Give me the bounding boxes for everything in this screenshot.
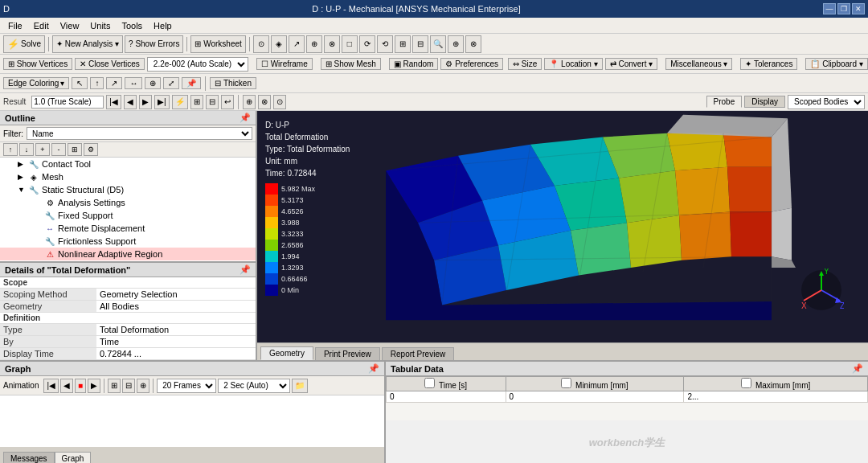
- result-icon-10[interactable]: ⊗: [258, 95, 271, 109]
- close-vertices-button[interactable]: ✕ Close Vertices: [75, 58, 145, 70]
- edge-icon-6[interactable]: ⤢: [163, 77, 179, 89]
- result-icon-9[interactable]: ⊕: [243, 95, 256, 109]
- toolbar-icon-12[interactable]: ⊕: [448, 35, 464, 53]
- tree-item-mesh[interactable]: ▶ ◈ Mesh: [0, 170, 256, 183]
- menu-help[interactable]: Help: [149, 20, 177, 31]
- anim-frame-btn-2[interactable]: ⊟: [122, 379, 135, 393]
- col-time-check[interactable]: [424, 378, 435, 388]
- size-button[interactable]: ⇔ Size: [508, 58, 542, 70]
- toolbar-icon-7[interactable]: ⟳: [359, 35, 375, 53]
- anim-prev-button[interactable]: ◀: [60, 379, 73, 393]
- tree-item-fixed-support[interactable]: 🔧 Fixed Support: [0, 209, 256, 222]
- anim-stop-button[interactable]: ■: [75, 379, 86, 393]
- maximize-button[interactable]: ❐: [837, 3, 850, 14]
- result-input[interactable]: [31, 96, 104, 109]
- thicken-button[interactable]: ⊟ Thicken: [210, 77, 256, 89]
- edge-icon-2[interactable]: ↑: [90, 77, 104, 89]
- outline-tb-2[interactable]: ↓: [19, 143, 34, 156]
- show-errors-button[interactable]: ? Show Errors: [125, 35, 183, 53]
- menu-tools[interactable]: Tools: [117, 20, 147, 31]
- tree-item-remote-displacement[interactable]: ↔ Remote Displacement: [0, 222, 256, 235]
- graph-pin[interactable]: 📌: [368, 363, 379, 374]
- tree-item-analysis-settings[interactable]: ⚙ Analysis Settings: [0, 196, 256, 209]
- tree-item-contact-tool[interactable]: ▶ 🔧 Contact Tool: [0, 158, 256, 170]
- edge-icon-5[interactable]: ⊕: [145, 77, 161, 89]
- scale-dropdown[interactable]: 2.2e-002 (Auto Scale): [147, 57, 248, 72]
- anim-export-btn[interactable]: 📁: [292, 379, 308, 393]
- anim-start-button[interactable]: |◀: [43, 379, 59, 393]
- toolbar-icon-9[interactable]: ⊞: [395, 35, 411, 53]
- outline-pin[interactable]: 📌: [240, 113, 251, 123]
- tolerances-button[interactable]: ✦ Tolerances: [740, 58, 797, 70]
- outline-tb-6[interactable]: ⚙: [84, 143, 98, 156]
- minimize-button[interactable]: —: [823, 3, 836, 14]
- anim-frame-btn-1[interactable]: ⊞: [108, 379, 121, 393]
- edge-icon-4[interactable]: ↔: [125, 77, 142, 89]
- miscellaneous-button[interactable]: Miscellaneous ▾: [665, 58, 732, 70]
- toolbar-icon-10[interactable]: ⊟: [412, 35, 428, 53]
- tree-item-nonlinear[interactable]: ⚠ Nonlinear Adaptive Region: [0, 248, 256, 260]
- outline-tb-5[interactable]: ⊞: [68, 143, 82, 156]
- toolbar-icon-6[interactable]: □: [342, 35, 358, 53]
- toolbar-icon-11[interactable]: 🔍: [430, 35, 446, 53]
- col-min-check[interactable]: [561, 378, 571, 388]
- probe-tab[interactable]: Probe: [706, 96, 743, 108]
- toolbar-icon-1[interactable]: ⊙: [253, 35, 269, 53]
- solve-button[interactable]: ⚡Solve: [3, 35, 45, 53]
- location-button[interactable]: 📍 Location ▾: [544, 58, 602, 70]
- toolbar-icon-13[interactable]: ⊗: [465, 35, 481, 53]
- result-nav-6[interactable]: ⊞: [190, 95, 203, 109]
- edge-pin-icon[interactable]: 📌: [182, 77, 201, 89]
- toolbar-icon-3[interactable]: ↗: [289, 35, 305, 53]
- display-tab[interactable]: Display: [744, 96, 785, 108]
- messages-tab[interactable]: Messages: [3, 452, 55, 463]
- duration-select[interactable]: 2 Sec (Auto): [218, 379, 290, 393]
- anim-frame-btn-3[interactable]: ⊕: [137, 379, 149, 393]
- outline-tb-4[interactable]: -: [51, 143, 66, 156]
- result-nav-1[interactable]: |◀: [106, 95, 121, 109]
- random-button[interactable]: ▣ Random: [389, 58, 439, 70]
- edge-icon-3[interactable]: ↗: [106, 77, 122, 89]
- result-icon-11[interactable]: ⊙: [273, 95, 286, 109]
- show-mesh-button[interactable]: ⊞ Show Mesh: [321, 58, 381, 70]
- toolbar-icon-4[interactable]: ⊕: [306, 35, 322, 53]
- scoped-bodies-dropdown[interactable]: Scoped Bodies: [788, 95, 865, 109]
- worksheet-button[interactable]: ⊞ Worksheet: [190, 35, 245, 53]
- tab-report-preview[interactable]: Report Preview: [382, 347, 454, 360]
- result-nav-8[interactable]: ↩: [221, 95, 234, 109]
- preferences-button[interactable]: ⚙ Preferences: [440, 58, 503, 70]
- clipboard-button[interactable]: 📋 Clipboard ▾: [805, 58, 867, 70]
- new-analysis-button[interactable]: ✦ New Analysis ▾: [52, 35, 123, 53]
- anim-play-button[interactable]: ▶: [88, 379, 100, 393]
- result-nav-7[interactable]: ⊟: [206, 95, 219, 109]
- menu-view[interactable]: View: [55, 20, 84, 31]
- viewport[interactable]: D: U-P Total Deformation Type: Total Def…: [257, 111, 868, 342]
- graph-tab[interactable]: Graph: [55, 452, 92, 463]
- menu-edit[interactable]: Edit: [29, 20, 54, 31]
- tree-item-static-structural[interactable]: ▼ 🔧 Static Structural (D5): [0, 183, 256, 196]
- outline-tb-3[interactable]: +: [35, 143, 50, 156]
- wireframe-button[interactable]: ☐ Wireframe: [256, 58, 313, 70]
- tab-print-preview[interactable]: Print Preview: [315, 347, 380, 360]
- close-button[interactable]: ✕: [852, 3, 865, 14]
- toolbar-icon-8[interactable]: ⟲: [377, 35, 393, 53]
- tabular-pin[interactable]: 📌: [852, 363, 863, 374]
- show-vertices-button[interactable]: ⊞ Show Vertices: [3, 58, 72, 70]
- result-nav-4[interactable]: ▶|: [154, 95, 170, 109]
- frames-select[interactable]: 20 Frames: [157, 379, 216, 393]
- outline-tb-1[interactable]: ↑: [3, 143, 18, 156]
- tree-item-frictionless[interactable]: 🔧 Frictionless Support: [0, 235, 256, 248]
- toolbar-icon-2[interactable]: ◈: [271, 35, 287, 53]
- result-nav-3[interactable]: ▶: [139, 95, 152, 109]
- menu-file[interactable]: File: [3, 20, 27, 31]
- tab-geometry[interactable]: Geometry: [260, 346, 313, 360]
- edge-coloring-button[interactable]: Edge Coloring ▾: [3, 77, 69, 89]
- result-nav-2[interactable]: ◀: [124, 95, 137, 109]
- toolbar-icon-5[interactable]: ⊗: [324, 35, 340, 53]
- col-max-check[interactable]: [741, 378, 751, 388]
- edge-icon-1[interactable]: ↖: [72, 77, 88, 89]
- menu-units[interactable]: Units: [85, 20, 115, 31]
- details-pin[interactable]: 📌: [240, 264, 251, 275]
- convert-button[interactable]: ⇄ Convert ▾: [605, 58, 658, 70]
- result-nav-5[interactable]: ⚡: [172, 95, 188, 109]
